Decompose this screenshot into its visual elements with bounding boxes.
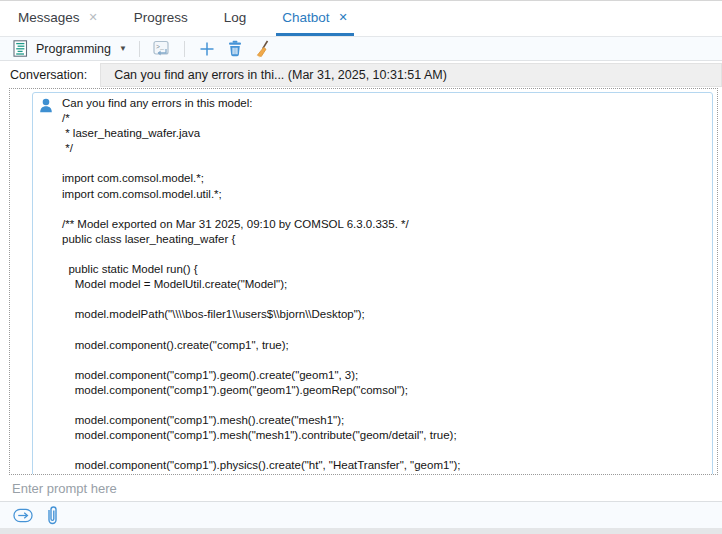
tab-log[interactable]: Log [218,1,253,36]
insert-code-icon[interactable]: >_ [152,39,172,59]
tab-bar: Messages ✕ Progress Log Chatbot ✕ [0,1,722,36]
toolbar-separator [139,41,140,57]
programming-method-icon [10,39,30,59]
user-message: Can you find any errors in this model: /… [32,92,713,475]
close-icon[interactable]: ✕ [339,12,348,23]
close-icon[interactable]: ✕ [89,12,98,23]
chat-history[interactable]: Can you find any errors in this model: /… [9,88,718,475]
message-text: Can you find any errors in this model: /… [62,96,704,473]
chatbot-toolbar: Programming ▼ >_ [0,36,722,61]
clear-conversation-broom-icon[interactable] [253,39,273,59]
tab-label: Messages [18,10,80,25]
svg-text:>_: >_ [156,44,164,51]
tab-chatbot[interactable]: Chatbot ✕ [276,1,354,36]
conversation-label: Conversation: [10,68,87,82]
programming-mode-label: Programming [36,42,111,56]
send-prompt-icon[interactable] [13,505,33,525]
prompt-actions [0,502,722,528]
conversation-select[interactable]: Can you find any errors in thi... (Mar 3… [100,63,722,87]
toolbar-separator [184,41,185,57]
prompt-input[interactable] [0,476,722,502]
chatbot-panel: Messages ✕ Progress Log Chatbot ✕ [0,0,722,534]
chevron-down-icon: ▼ [119,44,127,53]
window-edge [0,528,722,534]
conversation-row: Conversation: Can you find any errors in… [0,62,722,88]
tab-label: Log [224,10,247,25]
new-conversation-icon[interactable] [197,39,217,59]
tab-messages[interactable]: Messages ✕ [12,1,104,36]
conversation-selected-value: Can you find any errors in thi... (Mar 3… [114,68,447,82]
tab-progress[interactable]: Progress [128,1,194,36]
tab-label: Progress [134,10,188,25]
attachment-paperclip-icon[interactable] [42,505,62,525]
prompt-row [0,476,722,502]
programming-mode-dropdown[interactable]: Programming ▼ [10,39,127,59]
delete-conversation-icon[interactable] [225,39,245,59]
user-avatar-icon [39,98,53,117]
tab-label: Chatbot [282,10,329,25]
